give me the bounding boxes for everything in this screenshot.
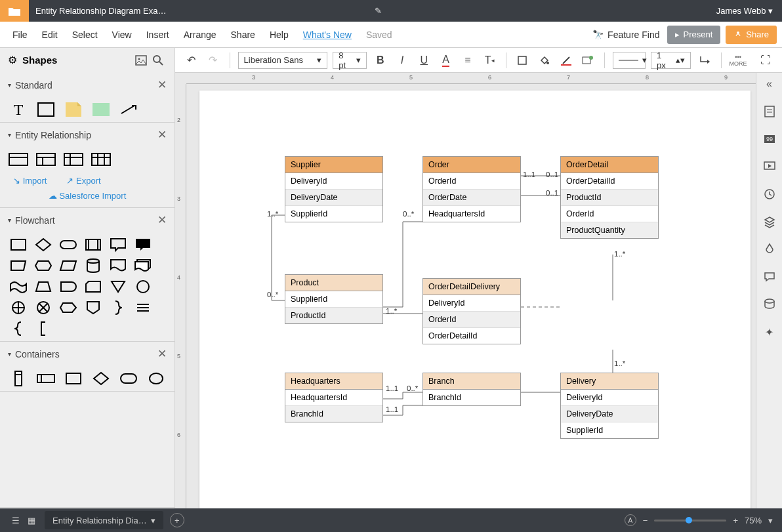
close-icon[interactable]: ✕ bbox=[157, 213, 167, 227]
zoom-level[interactable]: 75% bbox=[745, 516, 762, 525]
fc-callout2[interactable] bbox=[134, 237, 152, 252]
cont-5[interactable] bbox=[119, 371, 138, 386]
note-shape[interactable] bbox=[64, 102, 83, 117]
grid-view-icon[interactable]: ▦ bbox=[24, 516, 39, 525]
folder-icon[interactable] bbox=[0, 0, 29, 22]
user-menu[interactable]: James Webb ▾ bbox=[716, 6, 773, 16]
cont-1[interactable] bbox=[9, 371, 28, 386]
fullscreen-icon[interactable]: ⛶ bbox=[758, 52, 774, 69]
edit-title-icon[interactable]: ✎ bbox=[375, 6, 382, 16]
er-shape-3[interactable] bbox=[64, 152, 83, 167]
whats-new-link[interactable]: What's New bbox=[296, 30, 359, 40]
menu-help[interactable]: Help bbox=[262, 30, 296, 40]
text-shape[interactable]: T bbox=[9, 102, 28, 117]
text-color-icon[interactable]: A bbox=[438, 52, 454, 69]
cont-4[interactable] bbox=[92, 371, 110, 386]
collapse-icon[interactable]: « bbox=[762, 77, 777, 91]
block-shape[interactable] bbox=[92, 102, 110, 117]
fc-manual[interactable] bbox=[9, 258, 28, 273]
share-button[interactable]: Share bbox=[726, 26, 777, 44]
fc-delay[interactable] bbox=[59, 279, 77, 294]
er-shape-2[interactable] bbox=[37, 152, 55, 167]
line-width-select[interactable]: 1 px ▴▾ bbox=[651, 52, 691, 69]
close-icon[interactable]: ✕ bbox=[157, 128, 167, 142]
size-select[interactable]: 8 pt ▾ bbox=[333, 52, 367, 69]
fc-sum[interactable] bbox=[9, 300, 28, 315]
present-button[interactable]: ▸ Present bbox=[667, 26, 720, 44]
fc-rect[interactable] bbox=[9, 237, 28, 252]
fc-brace-r[interactable] bbox=[109, 300, 127, 315]
doc-icon[interactable] bbox=[762, 104, 777, 119]
entity-orderdetail[interactable]: OrderDetail OrderDetailId ProductId Orde… bbox=[560, 156, 659, 239]
feature-find[interactable]: 🔭Feature Find bbox=[592, 30, 659, 40]
fc-offpage[interactable] bbox=[84, 300, 102, 315]
fc-diamond[interactable] bbox=[34, 237, 52, 252]
italic-icon[interactable]: I bbox=[394, 52, 410, 69]
line-shape-icon[interactable] bbox=[696, 52, 712, 69]
fill-icon[interactable] bbox=[536, 52, 552, 69]
er-export[interactable]: ↗ Export bbox=[66, 176, 100, 186]
line-color-icon[interactable] bbox=[558, 52, 574, 69]
bold-icon[interactable]: B bbox=[372, 52, 388, 69]
menu-arrange[interactable]: Arrange bbox=[176, 30, 224, 40]
font-select[interactable]: Liberation Sans▾ bbox=[238, 52, 328, 69]
shape-style-icon[interactable] bbox=[580, 52, 596, 69]
close-icon[interactable]: ✕ bbox=[157, 78, 167, 92]
comment-icon[interactable]: 99 bbox=[762, 132, 777, 146]
fc-trap[interactable] bbox=[34, 279, 52, 294]
entity-product[interactable]: Product SupplierId ProductId bbox=[285, 274, 383, 324]
cont-6[interactable] bbox=[147, 371, 165, 386]
redo-icon[interactable]: ↷ bbox=[205, 52, 221, 69]
history-icon[interactable] bbox=[762, 187, 777, 201]
list-view-icon[interactable]: ☰ bbox=[8, 516, 24, 525]
zoom-out-icon[interactable]: − bbox=[643, 516, 648, 525]
menu-view[interactable]: View bbox=[105, 30, 139, 40]
er-shape-1[interactable] bbox=[9, 152, 28, 167]
er-shape-4[interactable] bbox=[92, 152, 110, 167]
fc-bracket[interactable] bbox=[34, 321, 52, 336]
underline-icon[interactable]: U bbox=[416, 52, 432, 69]
data-icon[interactable] bbox=[762, 297, 777, 312]
fc-callout[interactable] bbox=[109, 237, 127, 252]
cat-standard[interactable]: ▾Standard✕ bbox=[0, 73, 175, 97]
more-button[interactable]: •••MORE bbox=[730, 54, 747, 67]
entity-hq[interactable]: Headquarters HeadquartersId BranchId bbox=[285, 373, 383, 422]
entity-order[interactable]: Order OrderId OrderDate HeadquartersId bbox=[422, 156, 521, 222]
zoom-slider[interactable] bbox=[654, 520, 726, 522]
fc-multidoc[interactable] bbox=[134, 258, 152, 273]
cat-containers[interactable]: ▾Containers✕ bbox=[0, 342, 175, 366]
align-icon[interactable]: ≡ bbox=[459, 52, 476, 69]
undo-icon[interactable]: ↶ bbox=[183, 52, 199, 69]
present-icon[interactable] bbox=[762, 159, 777, 174]
fc-para[interactable] bbox=[59, 258, 77, 273]
fc-card[interactable] bbox=[84, 279, 102, 294]
cat-flowchart[interactable]: ▾Flowchart✕ bbox=[0, 208, 175, 232]
search-icon[interactable] bbox=[150, 52, 167, 69]
sf-import[interactable]: ☁ Salesforce Import bbox=[49, 191, 127, 201]
fc-hex[interactable] bbox=[34, 258, 52, 273]
menu-file[interactable]: File bbox=[5, 30, 35, 40]
rect-shape[interactable] bbox=[37, 102, 55, 117]
fc-doc[interactable] bbox=[109, 258, 127, 273]
doc-title[interactable]: Entity Relationship Diagram Exa… bbox=[29, 6, 369, 16]
magic-icon[interactable]: ✦ bbox=[762, 325, 777, 339]
entity-supplier[interactable]: Supplier DeliveryId DeliveryDate Supplie… bbox=[285, 156, 383, 222]
line-style-select[interactable]: ▾ bbox=[613, 52, 646, 69]
cont-3[interactable] bbox=[64, 371, 83, 386]
entity-odd[interactable]: OrderDetailDelivery DeliveryId OrderId O… bbox=[422, 278, 521, 344]
crop-icon[interactable] bbox=[514, 52, 531, 69]
add-page-button[interactable]: + bbox=[170, 513, 184, 527]
zoom-dropdown-icon[interactable]: ▾ bbox=[768, 516, 773, 525]
zoom-in-icon[interactable]: + bbox=[733, 516, 738, 525]
image-icon[interactable] bbox=[133, 52, 150, 69]
cont-2[interactable] bbox=[37, 371, 55, 386]
text-tool-icon[interactable]: T◂ bbox=[482, 52, 498, 69]
entity-branch[interactable]: Branch BranchId bbox=[422, 373, 521, 406]
fc-predef[interactable] bbox=[84, 237, 102, 252]
autosave-icon[interactable]: A bbox=[625, 514, 636, 526]
fc-circle[interactable] bbox=[134, 279, 152, 294]
entity-delivery[interactable]: Delivery DeliveryId DeliveryDate Supplie… bbox=[560, 373, 659, 439]
cat-er[interactable]: ▾Entity Relationship✕ bbox=[0, 123, 175, 147]
drop-icon[interactable] bbox=[762, 242, 777, 256]
gear-icon[interactable]: ⚙ bbox=[8, 54, 17, 66]
